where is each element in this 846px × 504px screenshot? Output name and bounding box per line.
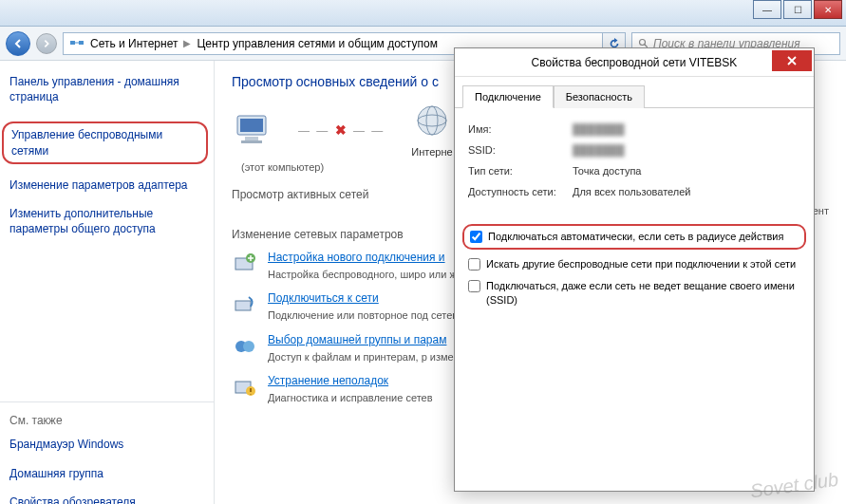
sidebar-link-wireless-management[interactable]: Управление беспроводными сетями	[2, 121, 208, 163]
dialog-title: Свойства беспроводной сети VITEBSK	[455, 48, 814, 77]
label-ssid: SSID:	[468, 144, 573, 156]
troubleshoot-icon	[232, 374, 258, 401]
checkbox-hidden-ssid-input[interactable]	[468, 280, 480, 292]
forward-button[interactable]	[36, 33, 57, 54]
svg-point-14	[243, 341, 254, 352]
sidebar-link-sharing-settings[interactable]: Изменить дополнительные параметры общего…	[9, 206, 204, 236]
arrow-right-icon	[42, 39, 51, 48]
sidebar: Панель управления - домашняя страница Уп…	[0, 61, 215, 504]
back-button[interactable]	[6, 31, 30, 56]
checkbox-hidden-ssid[interactable]: Подключаться, даже если сеть не ведет ве…	[468, 279, 800, 308]
tab-connection[interactable]: Подключение	[462, 85, 554, 108]
window-close-button[interactable]: ✕	[814, 0, 842, 19]
svg-rect-4	[240, 119, 263, 132]
sidebar-link-homegroup[interactable]: Домашняя группа	[9, 466, 204, 481]
checkbox-search-other-input[interactable]	[468, 258, 480, 271]
value-network-type: Точка доступа	[573, 165, 641, 177]
minimize-button[interactable]: —	[753, 0, 781, 19]
computer-icon	[232, 112, 272, 148]
dialog-tabs: Подключение Безопасность	[455, 77, 814, 108]
x-mark-icon: ✖	[335, 122, 348, 138]
close-icon	[786, 55, 798, 66]
sidebar-link-firewall[interactable]: Брандмауэр Windows	[9, 437, 204, 452]
value-availability: Для всех пользователей	[573, 186, 691, 197]
network-icon	[69, 36, 85, 51]
label-network-type: Тип сети:	[468, 165, 573, 177]
globe-icon	[414, 103, 450, 139]
value-name: ███████	[573, 123, 625, 135]
tab-security[interactable]: Безопасность	[554, 85, 645, 108]
svg-rect-0	[70, 41, 75, 45]
breadcrumb-2[interactable]: Центр управления сетями и общим доступом	[197, 37, 438, 50]
sidebar-link-adapter-settings[interactable]: Изменение параметров адаптера	[9, 177, 204, 193]
node-internet-label: Интерне	[411, 146, 452, 158]
wireless-properties-dialog: Свойства беспроводной сети VITEBSK Подкл…	[454, 47, 815, 492]
checkbox-auto-connect-label: Подключаться автоматически, если сеть в …	[488, 230, 783, 244]
window-titlebar: — ☐ ✕	[0, 0, 846, 27]
svg-rect-5	[245, 137, 258, 140]
svg-rect-6	[241, 140, 262, 143]
svg-point-2	[640, 39, 646, 45]
label-name: Имя:	[468, 123, 573, 135]
chevron-right-icon: ▶	[183, 38, 191, 48]
connect-network-icon	[232, 291, 258, 318]
sidebar-separator	[0, 401, 214, 402]
task-troubleshoot-desc: Диагностика и исправление сетев	[268, 391, 433, 405]
new-connection-icon	[232, 251, 258, 277]
svg-rect-12	[235, 301, 251, 310]
homegroup-icon	[232, 333, 258, 360]
label-availability: Доступность сети:	[468, 186, 573, 197]
arrow-left-icon	[12, 38, 24, 49]
sidebar-see-also-heading: См. также	[9, 414, 204, 427]
task-troubleshoot-link[interactable]: Устранение неполадок	[268, 374, 433, 387]
checkbox-hidden-ssid-label: Подключаться, даже если сеть не ведет ве…	[486, 279, 800, 308]
node-internet: Интерне	[411, 103, 452, 158]
node-this-computer	[232, 112, 272, 148]
breadcrumb-1[interactable]: Сеть и Интернет	[90, 37, 178, 50]
svg-rect-1	[79, 41, 84, 45]
dialog-body: Имя: ███████ SSID: ███████ Тип сети: Точ…	[455, 108, 814, 329]
checkbox-auto-connect-input[interactable]	[470, 231, 482, 243]
dialog-close-button[interactable]	[772, 50, 812, 71]
checkbox-search-other-label: Искать другие беспроводные сети при подк…	[486, 257, 796, 271]
value-ssid: ███████	[573, 144, 625, 156]
control-panel-home-link[interactable]: Панель управления - домашняя страница	[9, 74, 204, 104]
checkbox-search-other[interactable]: Искать другие беспроводные сети при подк…	[468, 257, 800, 271]
svg-point-7	[418, 106, 446, 135]
checkbox-auto-connect[interactable]: Подключаться автоматически, если сеть в …	[462, 224, 806, 250]
maximize-button[interactable]: ☐	[783, 0, 812, 19]
connection-broken: — — ✖ — —	[298, 122, 385, 138]
sidebar-link-internet-options[interactable]: Свойства обозревателя	[9, 495, 204, 504]
